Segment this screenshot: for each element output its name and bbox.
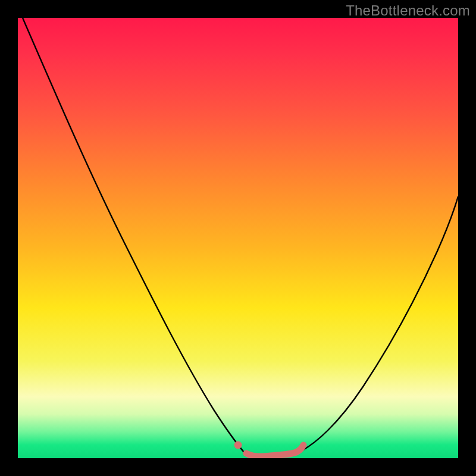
plot-area <box>18 18 458 458</box>
left-curve <box>23 18 244 452</box>
curves-svg <box>18 18 458 458</box>
watermark-text: TheBottleneck.com <box>346 2 470 19</box>
chart-frame: TheBottleneck.com <box>0 0 476 476</box>
pink-dot <box>234 441 242 449</box>
pink-squiggle <box>246 445 303 456</box>
right-curve <box>296 196 458 453</box>
